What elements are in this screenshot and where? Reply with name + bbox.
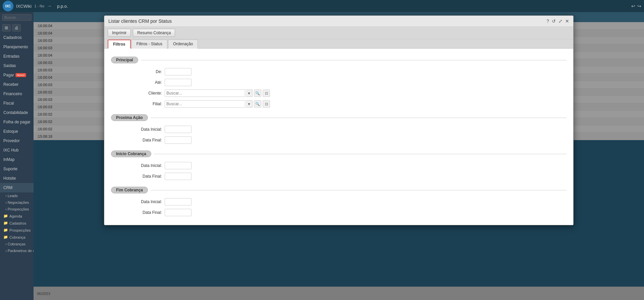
form-row-pa-data-final: Data Final: [111,136,567,144]
modal-tabs: Filtros Filtros - Status Ordenação [104,39,573,49]
app-logo: IXC [3,1,13,11]
sidebar-item-ixchub[interactable]: IXC Hub [0,145,34,155]
sidebar-item-fiscal[interactable]: Fiscal [0,99,34,108]
tab-filtros-status[interactable]: Filtros - Status [131,40,167,49]
search-input[interactable] [2,14,32,21]
label-fc-data-final: Data Final: [124,210,165,215]
label-fc-data-inicial: Data Inicial: [124,199,165,204]
sidebar-item-cadastros-crm[interactable]: 📁 Cadastros [0,220,34,227]
sidebar-item-contabilidade[interactable]: Contabilidade [0,108,34,117]
modal-dialog: Listar clientes CRM por Status ? ↺ ⤢ ✕ I… [104,15,574,225]
input-fc-data-final[interactable] [165,209,192,216]
form-row-filial: Filial: ▼ 🔍 ⊡ [111,100,567,108]
search-btn-cliente[interactable]: 🔍 [254,89,261,97]
sidebar-item-entradas[interactable]: Entradas [0,52,34,61]
sidebar: ⊞ 🖨 Cadastros Planejamento Entradas Saíd… [0,12,34,300]
expand-button[interactable]: ⤢ [558,18,562,24]
form-row-de: De: [111,68,567,75]
app-user: 1 - No [34,4,44,8]
sidebar-item-prospeccoes-folder[interactable]: 📁 Prospecções [0,227,34,234]
label-filial: Filial: [124,102,165,106]
form-row-fc-data-final: Data Final: [111,209,567,216]
sidebar-item-financeiro[interactable]: Financeiro [0,89,34,99]
input-de[interactable] [165,68,192,75]
redo-button[interactable]: ↪ [637,3,641,9]
sidebar-print-icon[interactable]: 🖨 [12,24,21,32]
sidebar-item-negociacoes[interactable]: › Negociações [0,199,34,206]
sidebar-item-pagar[interactable]: Pagar Novo! [0,70,34,80]
search-group-cliente: ▼ 🔍 ⊡ [165,89,270,97]
external-btn-cliente[interactable]: ⊡ [263,89,270,97]
form-row-fc-data-inicial: Data Inicial: [111,198,567,205]
sidebar-item-planejamento[interactable]: Planejamento [0,42,34,52]
form-row-ate: Até: [111,79,567,86]
input-pa-data-final[interactable] [165,136,192,144]
label-pa-data-final: Data Final: [124,138,165,142]
sidebar-item-prospeccoes-arrow[interactable]: › Prospecções [0,206,34,213]
tab-filtros[interactable]: Filtros [108,40,131,49]
section-principal-label: Principal [111,57,138,63]
sidebar-item-estoque[interactable]: Estoque [0,127,34,136]
app-name: IXCWiki [16,4,32,9]
content-area: :16:00:04 :16:00:04 :16:00:03 :16:00:03 … [34,12,644,300]
refresh-button[interactable]: ↺ [552,18,556,24]
form-row-ic-data-final: Data Final: [111,173,567,180]
section-fim-label: Fim Cobrança [111,187,148,193]
search-input-cliente[interactable] [165,89,245,97]
dropdown-btn-filial[interactable]: ▼ [246,100,253,108]
tab-ordenacao[interactable]: Ordenação [168,40,198,49]
sidebar-item-leads[interactable]: › Leads [0,192,34,199]
folder-icon-2: 📁 [3,221,8,225]
top-bar: IXC IXCWiki 1 - No → p.p.o. ↩ ↪ [0,0,644,12]
sidebar-item-suporte[interactable]: Suporte [0,164,34,174]
help-button[interactable]: ? [546,18,549,24]
search-input-filial[interactable] [165,100,245,108]
sidebar-item-crm[interactable]: CRM [0,183,34,192]
summary-button[interactable]: Resumo Cobrança [133,29,175,37]
modal-header: Listar clientes CRM por Status ? ↺ ⤢ ✕ [104,16,573,27]
undo-button[interactable]: ↩ [631,3,635,9]
label-pa-data-inicial: Data Inicial: [124,127,165,132]
input-ate[interactable] [165,79,192,86]
input-ic-data-inicial[interactable] [165,162,192,169]
sidebar-item-cobranca[interactable]: 📁 Cobrança [0,234,34,241]
sidebar-item-cobranças[interactable]: › Cobranças [0,241,34,247]
section-fim-line [151,190,567,190]
sidebar-item-inmap[interactable]: InMap [0,155,34,164]
sidebar-item-saidas[interactable]: Saídas [0,61,34,70]
sidebar-item-receber[interactable]: Receber [0,80,34,89]
label-cliente: Cliente: [124,91,165,96]
section-proxima-header: Proxima Ação [111,114,567,121]
dropdown-btn-cliente[interactable]: ▼ [246,89,253,97]
form-row-pa-data-inicial: Data Inicial: [111,126,567,133]
folder-icon: 📁 [3,214,8,218]
main-layout: ⊞ 🖨 Cadastros Planejamento Entradas Saíd… [0,12,644,300]
form-row-cliente: Cliente: ▼ 🔍 ⊡ [111,89,567,97]
sidebar-grid-icon[interactable]: ⊞ [2,24,11,32]
label-ic-data-final: Data Final: [124,174,165,179]
folder-icon-4: 📁 [3,235,8,239]
modal-body: Principal De: Até: Cliente: [104,49,573,225]
input-pa-data-inicial[interactable] [165,126,192,133]
sidebar-item-parametros[interactable]: › Parâmetros de cobrança [0,247,34,254]
sidebar-item-hotsite[interactable]: Hotsite [0,174,34,183]
input-ic-data-final[interactable] [165,173,192,180]
section-proxima-line [151,118,567,118]
section-inicio-line [154,154,567,154]
label-de: De: [124,69,165,74]
nav-arrow-icon: → [47,3,52,9]
external-btn-filial[interactable]: ⊡ [263,100,270,108]
search-btn-filial[interactable]: 🔍 [254,100,261,108]
section-principal-line [141,60,567,60]
sidebar-icon-row: ⊞ 🖨 [0,23,34,33]
print-button[interactable]: Imprimir [108,29,131,37]
modal-title: Listar clientes CRM por Status [108,18,172,24]
sidebar-item-folha[interactable]: Folha de pagar [0,117,34,127]
input-fc-data-inicial[interactable] [165,198,192,205]
sidebar-item-cadastros[interactable]: Cadastros [0,33,34,42]
sidebar-item-provedor[interactable]: Provedor [0,136,34,145]
modal-header-icons: ? ↺ ⤢ ✕ [546,18,569,24]
sidebar-item-agenda[interactable]: 📁 Agenda [0,213,34,220]
section-fim-header: Fim Cobrança [111,187,567,193]
close-button[interactable]: ✕ [565,18,569,24]
